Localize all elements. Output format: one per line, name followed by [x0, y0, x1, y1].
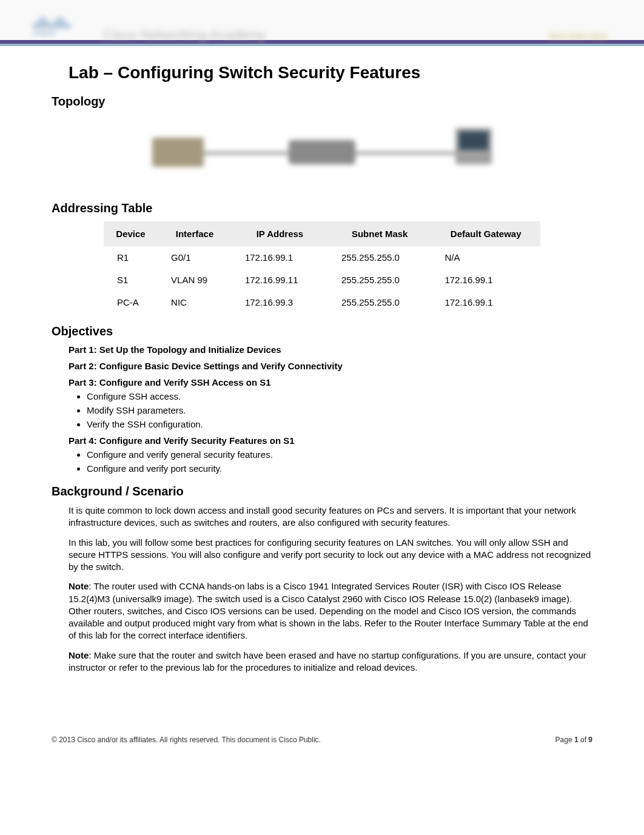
- document-header: CISCO Cisco Networking Academy Mind Wide…: [0, 0, 644, 44]
- cisco-logo: CISCO: [33, 15, 88, 45]
- table-row: R1 G0/1 172.16.99.1 255.255.255.0 N/A: [104, 246, 540, 269]
- background-note: Note: The router used with CCNA hands-on…: [69, 580, 592, 642]
- cell-device: PC-A: [104, 291, 158, 314]
- background-note: Note: Make sure that the router and swit…: [69, 649, 592, 674]
- page-of: of: [579, 736, 589, 744]
- table-row: PC-A NIC 172.16.99.3 255.255.255.0 172.1…: [104, 291, 540, 314]
- page-prefix: Page: [555, 736, 574, 744]
- cell-mask: 255.255.255.0: [328, 269, 431, 291]
- objective-part4-bullets: Configure and verify general security fe…: [87, 449, 592, 474]
- objective-part2: Part 2: Configure Basic Device Settings …: [69, 361, 592, 371]
- table-header-row: Device Interface IP Address Subnet Mask …: [104, 221, 540, 246]
- col-gateway: Default Gateway: [431, 221, 540, 246]
- cell-gateway: N/A: [431, 246, 540, 269]
- cell-interface: G0/1: [158, 246, 232, 269]
- cell-device: S1: [104, 269, 158, 291]
- topology-link: [204, 152, 289, 154]
- table-row: S1 VLAN 99 172.16.99.11 255.255.255.0 17…: [104, 269, 540, 291]
- cell-gateway: 172.16.99.1: [431, 291, 540, 314]
- lab-title: Lab – Configuring Switch Security Featur…: [69, 63, 592, 82]
- list-item: Configure and verify general security fe…: [87, 449, 592, 460]
- cell-ip: 172.16.99.11: [232, 269, 328, 291]
- list-item: Verify the SSH configuration.: [87, 419, 592, 429]
- header-program-name: Cisco Networking Academy: [103, 27, 266, 43]
- footer-copyright: © 2013 Cisco and/or its affiliates. All …: [52, 736, 321, 744]
- cell-ip: 172.16.99.1: [232, 246, 328, 269]
- topology-router-icon: [152, 138, 204, 167]
- topology-link: [355, 152, 455, 154]
- cell-device: R1: [104, 246, 158, 269]
- note-text: : Make sure that the router and switch h…: [69, 650, 586, 672]
- topology-pc-icon: [455, 128, 492, 164]
- addressing-table: Device Interface IP Address Subnet Mask …: [104, 221, 540, 314]
- col-device: Device: [104, 221, 158, 246]
- objective-part3-bullets: Configure SSH access. Modify SSH paramet…: [87, 391, 592, 429]
- objective-part1: Part 1: Set Up the Topology and Initiali…: [69, 344, 592, 355]
- header-slogan: Mind Wide Open: [549, 32, 608, 41]
- section-addressing-heading: Addressing Table: [52, 201, 592, 215]
- cell-interface: VLAN 99: [158, 269, 232, 291]
- background-paragraph: It is quite common to lock down access a…: [69, 505, 592, 529]
- col-mask: Subnet Mask: [328, 221, 431, 246]
- topology-diagram: [52, 116, 592, 186]
- cell-ip: 172.16.99.3: [232, 291, 328, 314]
- col-interface: Interface: [158, 221, 232, 246]
- section-background-heading: Background / Scenario: [52, 485, 592, 498]
- section-topology-heading: Topology: [52, 95, 592, 109]
- note-text: : The router used with CCNA hands-on lab…: [69, 581, 588, 640]
- topology-switch-icon: [289, 140, 355, 164]
- document-footer: © 2013 Cisco and/or its affiliates. All …: [0, 705, 644, 756]
- list-item: Configure SSH access.: [87, 391, 592, 401]
- note-label: Note: [69, 581, 89, 591]
- list-item: Modify SSH parameters.: [87, 405, 592, 415]
- footer-page: Page 1 of 9: [555, 736, 592, 744]
- background-paragraph: In this lab, you will follow some best p…: [69, 537, 592, 574]
- objective-part3: Part 3: Configure and Verify SSH Access …: [69, 377, 592, 387]
- cell-gateway: 172.16.99.1: [431, 269, 540, 291]
- objective-part4: Part 4: Configure and Verify Security Fe…: [69, 435, 592, 446]
- section-objectives-heading: Objectives: [52, 324, 592, 338]
- document-body: Lab – Configuring Switch Security Featur…: [0, 44, 644, 705]
- cell-mask: 255.255.255.0: [328, 246, 431, 269]
- page-number: 1: [574, 736, 579, 744]
- note-label: Note: [69, 650, 89, 660]
- cell-interface: NIC: [158, 291, 232, 314]
- cell-mask: 255.255.255.0: [328, 291, 431, 314]
- list-item: Configure and verify port security.: [87, 463, 592, 474]
- col-ip: IP Address: [232, 221, 328, 246]
- page-total: 9: [588, 736, 592, 744]
